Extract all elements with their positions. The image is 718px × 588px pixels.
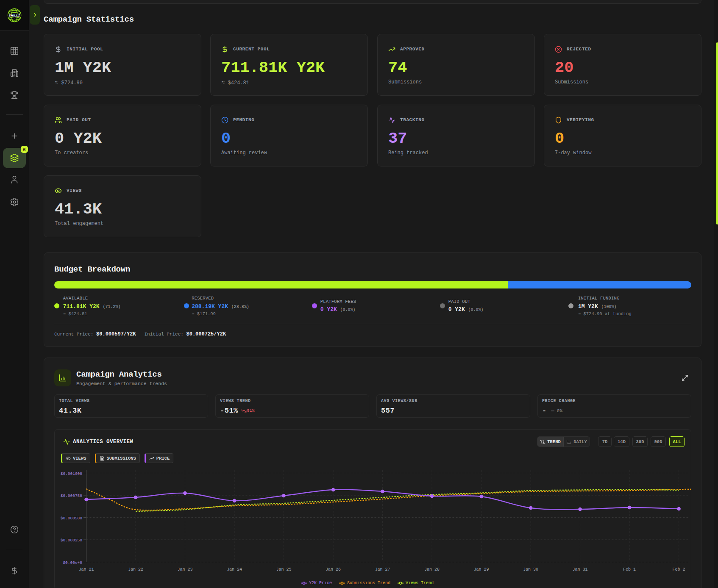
svg-text:SHILLZ: SHILLZ — [9, 14, 20, 17]
svg-text:Jan 29: Jan 29 — [474, 567, 489, 572]
svg-text:$0.001000: $0.001000 — [61, 472, 83, 476]
svg-text:Feb 2: Feb 2 — [673, 567, 685, 572]
svg-text:Feb 1: Feb 1 — [623, 567, 636, 572]
svg-text:$0.000500: $0.000500 — [61, 516, 83, 521]
svg-text:Jan 24: Jan 24 — [227, 567, 242, 572]
svg-text:Jan 28: Jan 28 — [424, 567, 440, 572]
svg-text:Jan 31: Jan 31 — [573, 567, 588, 572]
svg-text:$0.000250: $0.000250 — [61, 538, 83, 543]
svg-text:Jan 23: Jan 23 — [177, 567, 192, 572]
svg-text:Jan 30: Jan 30 — [523, 567, 538, 572]
svg-text:Jan 26: Jan 26 — [326, 567, 341, 572]
svg-text:Jan 21: Jan 21 — [78, 567, 94, 572]
svg-text:Jan 27: Jan 27 — [375, 567, 390, 572]
svg-text:$0.00e+0: $0.00e+0 — [63, 560, 82, 565]
svg-text:Jan 25: Jan 25 — [276, 567, 291, 572]
svg-text:Jan 22: Jan 22 — [128, 567, 143, 572]
svg-text:$0.000750: $0.000750 — [61, 494, 83, 498]
